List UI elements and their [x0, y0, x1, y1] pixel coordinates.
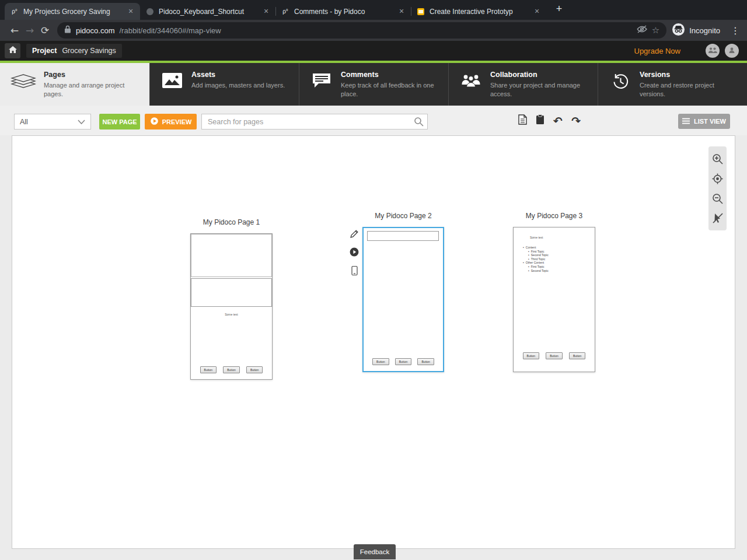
copy-page-icon[interactable]	[518, 114, 527, 127]
tab-title: Pidoco_Keyboard_Shortcut	[159, 8, 257, 16]
nav-tab-title: Pages	[44, 71, 144, 79]
list-item: Other Content	[523, 261, 592, 265]
nav-tab-title: Assets	[191, 71, 292, 79]
nav-tab-description: Create and restore project versions.	[640, 81, 740, 99]
browser-tab-3[interactable]: ρ° Comments - by Pidoco ×	[275, 3, 411, 20]
nav-tab-description: Keep track of all feedback in one place.	[341, 81, 441, 99]
browser-tab-1[interactable]: ρ° My Projects Grocery Saving ×	[5, 3, 140, 20]
tab-title: My Projects Grocery Saving	[23, 8, 121, 16]
bookmark-star-icon[interactable]: ☆	[652, 25, 659, 36]
browser-tab-2[interactable]: Pidoco_Keyboard_Shortcut ×	[140, 3, 275, 20]
nav-tab-assets[interactable]: Assets Add images, masters and layers.	[149, 63, 299, 106]
new-page-button[interactable]: NEW PAGE	[99, 114, 140, 130]
list-view-label: LIST VIEW	[694, 118, 726, 125]
url-bar[interactable]: pidoco.com /rabbit/edit/344060#/map-view…	[57, 22, 666, 38]
preview-play-icon[interactable]	[350, 247, 359, 259]
pointer-off-icon[interactable]	[711, 211, 725, 225]
person-icon	[728, 46, 735, 56]
page-thumbnail-1[interactable]: Some text Button Button Button	[190, 233, 273, 380]
tab-close-icon[interactable]: ×	[532, 7, 542, 16]
people-icon	[708, 46, 717, 56]
page-filter-dropdown[interactable]: All	[14, 114, 91, 130]
browser-tab-4[interactable]: Create Interactive Prototyp ×	[411, 3, 546, 20]
nav-tab-collaboration[interactable]: Collaboration Share your project and man…	[448, 63, 598, 106]
wireframe-button: Button	[223, 366, 239, 373]
tab-close-icon[interactable]: ×	[261, 7, 271, 16]
nav-tab-versions[interactable]: Versions Create and restore project vers…	[598, 63, 747, 106]
wireframe-text: Some text	[191, 313, 272, 316]
wireframe-button: Button	[569, 352, 585, 359]
tab-title: Comments - by Pidoco	[294, 8, 392, 16]
list-item: First Topic	[528, 250, 592, 254]
zoom-controls	[708, 146, 727, 230]
list-item: Content	[523, 246, 592, 250]
incognito-badge: Incognito	[672, 23, 720, 38]
collaborators-button[interactable]	[706, 44, 720, 58]
nav-tab-description: Manage and arrange project pages.	[44, 81, 144, 99]
upgrade-now-link[interactable]: Upgrade Now	[634, 47, 681, 55]
play-circle-icon	[150, 117, 159, 127]
zoom-out-icon[interactable]	[711, 191, 725, 205]
page-quick-actions	[350, 229, 359, 278]
reload-button[interactable]: ⟳	[37, 24, 53, 36]
list-view-button[interactable]: LIST VIEW	[678, 114, 730, 129]
zoom-in-icon[interactable]	[711, 152, 725, 166]
pidoco-favicon-icon: ρ°	[11, 8, 19, 16]
page-thumbnail-3[interactable]: Some text Content First Topic Second Top…	[513, 227, 595, 372]
account-button[interactable]	[725, 44, 739, 58]
redo-icon[interactable]: ↷	[571, 115, 581, 127]
nav-tab-title: Comments	[341, 71, 441, 79]
home-icon	[8, 46, 18, 56]
undo-icon[interactable]: ↶	[553, 115, 563, 127]
paste-clipboard-icon[interactable]	[536, 114, 544, 127]
page-thumbnail-2-selected[interactable]: Button Button Button	[362, 227, 444, 372]
nav-tab-description: Share your project and manage access.	[490, 81, 591, 99]
eye-slash-icon[interactable]	[637, 25, 647, 36]
url-domain: pidoco.com	[76, 26, 114, 35]
home-button[interactable]	[5, 43, 20, 58]
mobile-preview-icon[interactable]	[351, 265, 358, 278]
chevron-down-icon	[78, 118, 85, 126]
project-breadcrumb: Project Grocery Savings	[26, 44, 122, 58]
page-thumbnail-label: My Pidoco Page 3	[513, 212, 595, 220]
pages-toolbar: All NEW PAGE PREVIEW ↶ ↷	[0, 106, 747, 135]
nav-tab-title: Collaboration	[490, 71, 591, 79]
filter-value: All	[20, 118, 28, 126]
tab-title: Create Interactive Prototyp	[430, 8, 528, 16]
lock-icon	[64, 25, 71, 36]
list-item: First Topic	[528, 265, 592, 269]
browser-menu-icon[interactable]: ⋮	[731, 25, 740, 36]
wireframe-button: Button	[246, 366, 263, 373]
wireframe-button: Button	[372, 358, 389, 365]
wireframe-button: Button	[395, 358, 411, 365]
edit-pencil-icon[interactable]	[350, 229, 359, 241]
wireframe-text: Some text	[530, 236, 543, 239]
address-bar: ← → ⟳ pidoco.com /rabbit/edit/344060#/ma…	[0, 20, 747, 41]
nav-tab-comments[interactable]: Comments Keep track of all feedback in o…	[299, 63, 448, 106]
tab-close-icon[interactable]: ×	[397, 7, 406, 16]
zoom-fit-target-icon[interactable]	[711, 172, 725, 186]
map-view-canvas[interactable]: My Pidoco Page 1 Some text Button Button…	[12, 135, 735, 549]
browser-window: ρ° My Projects Grocery Saving × Pidoco_K…	[0, 0, 747, 560]
wireframe-input-placeholder	[367, 231, 439, 241]
forward-button[interactable]: →	[22, 24, 37, 36]
list-item: Second Topic	[528, 253, 592, 257]
new-tab-button[interactable]: +	[552, 2, 566, 16]
slides-favicon-icon	[417, 8, 425, 16]
wireframe-textarea-placeholder	[191, 278, 272, 307]
wireframe-button: Button	[546, 352, 562, 359]
nav-tab-title: Versions	[640, 71, 740, 79]
list-hamburger-icon	[682, 118, 690, 125]
wireframe-button: Button	[200, 366, 217, 373]
incognito-label: Incognito	[689, 26, 720, 35]
tab-close-icon[interactable]: ×	[126, 7, 135, 16]
nav-tab-pages[interactable]: Pages Manage and arrange project pages.	[0, 63, 149, 106]
feedback-button[interactable]: Feedback	[354, 544, 396, 559]
back-button[interactable]: ←	[7, 24, 22, 36]
preview-button[interactable]: PREVIEW	[145, 114, 197, 130]
search-input[interactable]	[201, 114, 428, 130]
pages-icon	[11, 71, 36, 90]
list-item: Third Topic	[528, 257, 592, 261]
list-item: Second Topic	[528, 269, 592, 273]
people-group-icon	[459, 71, 483, 88]
